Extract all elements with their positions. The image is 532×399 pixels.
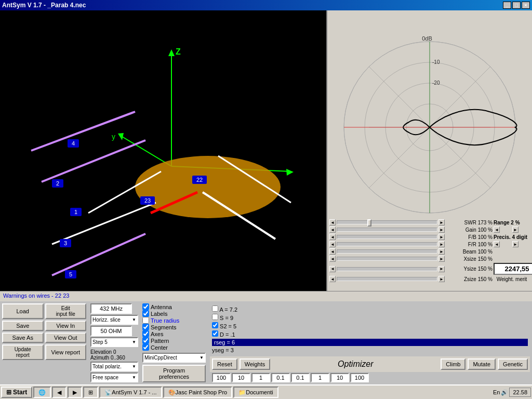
svg-text:3: 3 (64, 240, 67, 246)
axes-label: Axes (151, 331, 163, 337)
swr-track[interactable] (337, 220, 437, 224)
horiz-slice-dropdown[interactable]: Horizz. slice ▼ (90, 315, 138, 325)
pattern-checkbox[interactable] (142, 337, 149, 344)
param-rseg-selected[interactable]: rseg = 6 (212, 339, 528, 346)
gain-track[interactable] (337, 228, 437, 232)
total-polariz-dropdown[interactable]: Total polariz. ▼ (90, 362, 138, 371)
weight-10-2[interactable]: 10 (330, 373, 349, 382)
weight-100-2[interactable]: 100 (350, 373, 369, 382)
maximize-button[interactable]: □ (512, 2, 521, 9)
xsize-left-btn[interactable]: ◄ (329, 256, 336, 262)
title-text: AntSym V 1.7 - _Parab 4.nec (2, 2, 86, 9)
swr-left-btn[interactable]: ◄ (329, 219, 336, 225)
zsize-left-btn[interactable]: ◄ (329, 276, 336, 282)
fr-left-btn[interactable]: ◄ (329, 241, 336, 247)
climb-button[interactable]: Climb (441, 358, 466, 370)
fr-right-btn[interactable]: ► (438, 241, 445, 247)
mutate-button[interactable]: Mutate (468, 358, 496, 370)
center-label: Center (151, 344, 168, 351)
free-space-dropdown[interactable]: Free space ▼ (90, 373, 138, 382)
range-right-btn[interactable]: ► (512, 227, 518, 233)
ysize-track[interactable] (337, 267, 437, 271)
beam-right-btn[interactable]: ► (438, 248, 445, 255)
zsize-right-btn[interactable]: ► (438, 276, 445, 282)
window-controls[interactable]: _ □ × (503, 2, 530, 9)
beam-left-btn[interactable]: ◄ (329, 248, 336, 255)
view-report-button[interactable]: View report (45, 344, 87, 360)
update-report-button[interactable]: Updatereport (2, 344, 44, 360)
warnings-text: Warnings on wires - 22 23 (3, 292, 69, 299)
weight-01-1[interactable]: 0.1 (271, 373, 290, 382)
reset-button[interactable]: Reset (212, 358, 237, 370)
load-button[interactable]: Load (2, 303, 44, 319)
merit-value: 2247,55 (494, 263, 532, 275)
antenna-checkbox[interactable] (142, 303, 149, 310)
weight-100-1[interactable]: 100 (212, 373, 231, 382)
close-button[interactable]: × (522, 2, 530, 9)
minimize-button[interactable]: _ (503, 2, 511, 9)
beam-track[interactable] (337, 249, 437, 254)
labels-label: Labels (151, 311, 167, 317)
gain-right-btn[interactable]: ► (438, 227, 445, 233)
xsize-right-btn[interactable]: ► (438, 256, 445, 262)
weight-1-1[interactable]: 1 (251, 373, 270, 382)
precis-left-btn[interactable]: ◄ (494, 241, 500, 247)
beam-label: Beam 100 % (446, 249, 493, 255)
fb-right-btn[interactable]: ► (438, 234, 445, 240)
bottom-area: Warnings on wires - 22 23 Load Editinput… (0, 291, 532, 399)
segments-checkbox[interactable] (142, 324, 149, 330)
param-a-checkbox[interactable] (212, 305, 218, 312)
weight-01-2[interactable]: 0.1 (291, 373, 310, 382)
elev-azim: Elevation 0 Azimuth 0..360 (90, 349, 138, 361)
save-button[interactable]: Save (2, 321, 44, 331)
ysize-left-btn[interactable]: ◄ (329, 266, 336, 272)
3d-view[interactable]: Z y (0, 10, 327, 291)
precis-right-btn[interactable]: ► (512, 241, 518, 247)
mini-cpp-dropdown[interactable]: MiniCppDirect ▼ (142, 353, 206, 363)
step-dropdown[interactable]: Step 5 ▼ (90, 337, 138, 347)
svg-text:-10: -10 (432, 59, 440, 65)
param-area: A = 7.2 S = 9 S2 = 5 D = .1 (210, 303, 530, 356)
taskbar-icon-4[interactable]: ⊞ (83, 387, 98, 398)
labels-checkbox[interactable] (142, 310, 149, 317)
edit-input-button[interactable]: Editinput file (45, 303, 87, 319)
weight-10-1[interactable]: 10 (232, 373, 250, 382)
taskbar-icon-3[interactable]: ▶ (68, 387, 82, 398)
svg-text:2: 2 (56, 180, 59, 187)
fr-track[interactable] (337, 242, 437, 246)
param-s-checkbox[interactable] (212, 314, 218, 320)
axes-checkbox[interactable] (142, 330, 149, 337)
fb-label: F/B 100 % (446, 234, 493, 240)
gain-left-btn[interactable]: ◄ (329, 227, 336, 233)
weights-button[interactable]: Weights (240, 358, 271, 370)
true-radius-checkbox[interactable] (142, 317, 149, 324)
ysize-right-btn[interactable]: ► (438, 266, 445, 272)
freq-display: 432 MHz (90, 303, 132, 314)
param-d-checkbox[interactable] (212, 330, 218, 337)
swr-right-btn[interactable]: ► (438, 219, 445, 225)
view-out-button[interactable]: View Out (45, 332, 87, 343)
center-checkbox[interactable] (142, 344, 149, 351)
save-as-button[interactable]: Save As (2, 332, 44, 343)
svg-text:-20: -20 (432, 80, 440, 86)
ohm-display: 50 OHM (90, 326, 132, 336)
weight-1-2[interactable]: 1 (311, 373, 329, 382)
taskbar-icon-1[interactable]: 🌐 (33, 387, 51, 398)
view-in-button[interactable]: View In (45, 321, 87, 331)
param-yseg-label: yseg = 3 (212, 347, 234, 353)
param-s2-checkbox[interactable] (212, 322, 218, 328)
program-preferences-button[interactable]: Program preferences (142, 365, 206, 382)
genetic-button[interactable]: Genetic (498, 358, 528, 370)
zsize-track[interactable] (337, 277, 437, 281)
optimizer-title: Optimizer (272, 360, 438, 369)
fb-left-btn[interactable]: ◄ (329, 234, 336, 240)
xsize-track[interactable] (337, 257, 437, 261)
taskbar-antsym[interactable]: 📡 AntSym V 1.7 - ... (99, 387, 162, 398)
taskbar-icon-2[interactable]: ◀ (52, 387, 66, 398)
svg-text:0dB: 0dB (422, 35, 432, 42)
taskbar-documenti[interactable]: 📁 Documenti (233, 387, 278, 398)
start-button[interactable]: ⊞ Start (1, 387, 32, 398)
range-left-btn[interactable]: ◄ (494, 227, 500, 233)
taskbar-paintshop[interactable]: 🎨 Jasc Paint Shop Pro (163, 387, 233, 398)
fb-track[interactable] (337, 235, 437, 239)
